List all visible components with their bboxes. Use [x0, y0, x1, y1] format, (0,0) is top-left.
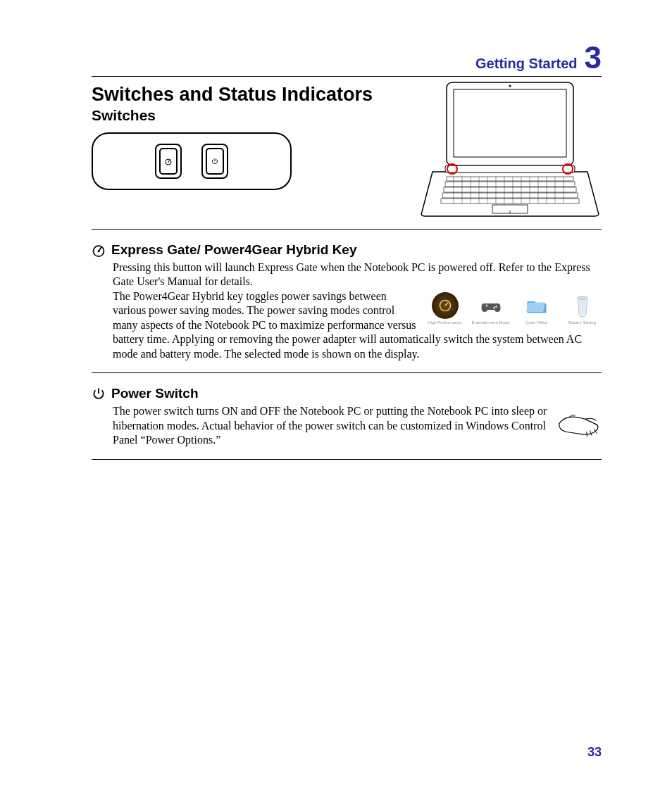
- svg-rect-10: [445, 182, 575, 187]
- mode-quiet-office: Quiet Office: [517, 292, 556, 325]
- express-gate-body: Pressing this button will launch Express…: [113, 261, 602, 361]
- svg-rect-6: [445, 165, 575, 173]
- folder-icon: [524, 293, 549, 318]
- svg-point-5: [509, 85, 511, 87]
- power-button-diagram: [201, 144, 228, 179]
- svg-point-35: [495, 306, 497, 308]
- svg-line-34: [445, 303, 448, 306]
- hand-press-illustration: [556, 404, 602, 444]
- bin-icon: [572, 293, 593, 318]
- svg-rect-13: [441, 199, 579, 203]
- switch-panel-diagram: [92, 132, 292, 190]
- subsection-title: Switches: [92, 107, 404, 124]
- power-mode-icons: High Performance Entertainment Mode: [425, 292, 602, 325]
- divider: [92, 229, 602, 230]
- svg-rect-12: [442, 193, 578, 198]
- power-switch-body: The power switch turns ON and OFF the No…: [113, 404, 602, 447]
- mode-battery-saving: Battery Saving: [563, 292, 602, 325]
- svg-point-32: [98, 250, 100, 252]
- svg-point-37: [577, 296, 587, 300]
- svg-point-2: [168, 161, 169, 163]
- section-title: Switches and Status Indicators: [92, 84, 404, 106]
- divider: [92, 372, 602, 373]
- speedometer-icon: [92, 243, 106, 257]
- gauge-icon: [438, 299, 452, 313]
- mode-entertainment: Entertainment Mode: [471, 292, 510, 325]
- power-switch-para: The power switch turns ON and OFF the No…: [113, 405, 547, 446]
- speedometer-icon: [164, 157, 173, 165]
- svg-rect-11: [444, 187, 576, 192]
- laptop-illustration: [418, 77, 602, 220]
- gamepad-icon: [478, 293, 504, 318]
- mode-high-performance: High Performance: [425, 292, 464, 325]
- chapter-title: Getting Started: [475, 56, 577, 72]
- express-gate-heading: Express Gate/ Power4Gear Hybrid Key: [111, 242, 357, 258]
- express-gate-para1: Pressing this button will launch Express…: [113, 261, 590, 287]
- chapter-header: Getting Started 3: [92, 42, 602, 73]
- chapter-number: 3: [585, 42, 602, 73]
- power-icon: [211, 157, 219, 165]
- express-gate-button-diagram: [155, 144, 182, 179]
- power-switch-heading: Power Switch: [111, 386, 199, 401]
- svg-point-36: [493, 306, 495, 308]
- svg-rect-9: [447, 177, 573, 181]
- page-number: 33: [587, 745, 602, 760]
- svg-rect-4: [454, 89, 566, 157]
- divider: [92, 459, 602, 460]
- power-icon: [92, 387, 106, 401]
